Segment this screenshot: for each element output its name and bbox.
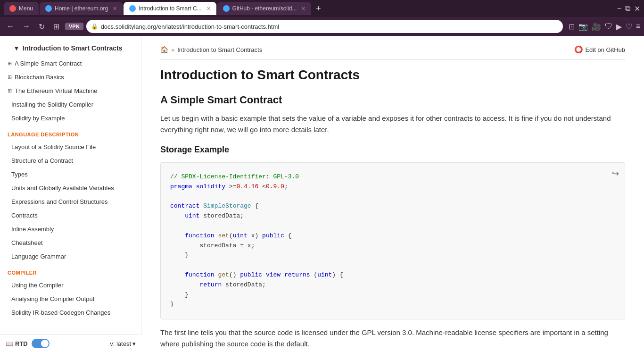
favicon-ethereum: [45, 5, 52, 12]
storage-example-title: Storage Example: [160, 145, 625, 155]
code-line-14: }: [170, 300, 615, 310]
reload-button[interactable]: ↻: [36, 20, 48, 33]
menu-icon[interactable]: ≡: [636, 22, 640, 31]
favicon-solidity: [129, 5, 136, 12]
sidebar-item-by-example[interactable]: Solidity by Example: [0, 111, 141, 125]
code-line-5: uint storedData;: [170, 211, 615, 221]
code-line-1: // SPDX-License-Identifier: GPL-3.0: [170, 172, 615, 182]
camera-icon[interactable]: 🎥: [592, 22, 601, 31]
breadcrumb-current: Introduction to Smart Contracts: [177, 46, 262, 53]
heart-icon[interactable]: ♡: [626, 22, 632, 31]
tab-close-solidity[interactable]: ✕: [206, 6, 211, 12]
rtd-version[interactable]: v: latest ▾: [110, 340, 136, 347]
book-icon: 📖: [6, 340, 13, 347]
expand-icon-simple: ⊞: [8, 60, 12, 67]
sidebar-label-by-example: Solidity by Example: [11, 115, 65, 122]
sidebar-item-language-grammar[interactable]: Language Grammar: [0, 250, 141, 263]
copy-button[interactable]: ↪: [612, 168, 619, 179]
sidebar-item-contracts[interactable]: Contracts: [0, 209, 141, 222]
code-block: ↪ // SPDX-License-Identifier: GPL-3.0 pr…: [160, 162, 625, 319]
code-line-2: pragma solidity >=0.4.16 <0.9.0;: [170, 182, 615, 192]
edit-label: Edit on GitHub: [585, 46, 625, 53]
tab-solidity[interactable]: Introduction to Smart C... ✕: [124, 2, 216, 15]
section-language-description: LANGUAGE DESCRIPTION: [0, 125, 141, 140]
rtd-toggle[interactable]: [32, 339, 50, 348]
tab-label-menu: Menu: [19, 5, 33, 12]
tab-github[interactable]: GitHub - ethereum/solid... ✕: [217, 2, 312, 15]
rtd-toggle-knob: [41, 340, 49, 347]
code-line-3: [170, 192, 615, 202]
sidebar-label-inline-assembly: Inline Assembly: [11, 226, 54, 233]
sidebar-label-cheatsheet: Cheatsheet: [11, 239, 43, 246]
sidebar-title-text: Introduction to Smart Contracts: [23, 44, 123, 52]
bottom-text: The first line tells you that the source…: [160, 327, 625, 350]
code-line-9: }: [170, 251, 615, 260]
sidebar-label-contracts: Contracts: [11, 212, 38, 219]
tab-label-solidity: Introduction to Smart C...: [139, 5, 201, 12]
sidebar-item-simple-contract[interactable]: ⊞ A Simple Smart Contract: [0, 57, 141, 70]
tab-label-ethereum: Home | ethereum.org: [55, 5, 108, 12]
chevron-down-icon: ▾: [132, 340, 136, 347]
code-line-10: [170, 260, 615, 270]
sidebar-item-blockchain[interactable]: ⊞ Blockchain Basics: [0, 70, 141, 84]
sidebar-item-cheatsheet[interactable]: Cheatsheet: [0, 236, 141, 250]
shield-icon[interactable]: 🛡: [605, 22, 612, 31]
sidebar-item-ir-codegen[interactable]: Solidity IR-based Codegen Changes: [0, 306, 141, 319]
tab-bar-controls: − ⧉ ✕: [617, 4, 640, 13]
minimize-button[interactable]: −: [617, 4, 621, 13]
grid-button[interactable]: ⊞: [50, 20, 62, 33]
code-line-8: storedData = x;: [170, 241, 615, 251]
tab-ethereum[interactable]: Home | ethereum.org ✕: [40, 2, 123, 15]
close-button[interactable]: ✕: [634, 4, 640, 13]
sidebar-item-layout[interactable]: Layout of a Solidity Source File: [0, 140, 141, 154]
sidebar-item-inline-assembly[interactable]: Inline Assembly: [0, 222, 141, 236]
sidebar-title[interactable]: ▼ Introduction to Smart Contracts: [0, 40, 141, 57]
intro-text: Let us begin with a basic example that s…: [160, 113, 625, 135]
sidebar-item-types[interactable]: Types: [0, 168, 141, 181]
breadcrumb-separator: »: [171, 46, 174, 53]
sidebar-label-analysing: Analysing the Compiler Output: [11, 295, 94, 302]
rtd-bar: 📖 RTD v: latest ▾: [0, 335, 141, 351]
tab-close-ethereum[interactable]: ✕: [113, 6, 117, 12]
sidebar: ▼ Introduction to Smart Contracts ⊞ A Si…: [0, 36, 141, 351]
tab-add-button[interactable]: +: [312, 4, 325, 14]
forward-button[interactable]: →: [20, 20, 33, 33]
sidebar-label-evm: The Ethereum Virtual Machine: [15, 87, 97, 94]
address-bar[interactable]: 🔒 docs.soliditylang.org/en/latest/introd…: [86, 20, 563, 33]
sidebar-label-layout: Layout of a Solidity Source File: [11, 143, 96, 151]
rtd-label-text: RTD: [15, 340, 28, 347]
screenshot-icon[interactable]: 📷: [578, 22, 588, 31]
code-line-13: }: [170, 290, 615, 300]
favicon-menu: [9, 5, 16, 12]
page-wrapper: ▼ Introduction to Smart Contracts ⊞ A Si…: [0, 36, 644, 351]
expand-icon-blockchain: ⊞: [8, 74, 12, 80]
code-line-7: function set(uint x) public {: [170, 231, 615, 241]
sidebar-label-language-grammar: Language Grammar: [11, 253, 66, 260]
sidebar-item-expressions[interactable]: Expressions and Control Structures: [0, 195, 141, 209]
tab-close-github[interactable]: ✕: [301, 6, 305, 12]
home-icon[interactable]: 🏠: [160, 46, 168, 53]
sidebar-label-installing: Installing the Solidity Compiler: [11, 101, 93, 108]
address-text: docs.soliditylang.org/en/latest/introduc…: [101, 23, 558, 30]
sidebar-toggle-icon[interactable]: ⊡: [569, 22, 575, 31]
sidebar-label-expressions: Expressions and Control Structures: [11, 198, 107, 205]
lock-icon: 🔒: [91, 23, 98, 30]
play-icon[interactable]: ▶: [616, 22, 622, 31]
tab-menu[interactable]: Menu: [4, 2, 39, 15]
code-line-4: contract SimpleStorage {: [170, 201, 615, 211]
sidebar-item-structure[interactable]: Structure of a Contract: [0, 154, 141, 168]
sidebar-item-installing[interactable]: Installing the Solidity Compiler: [0, 98, 141, 111]
back-button[interactable]: ←: [4, 20, 17, 33]
browser-chrome: Menu Home | ethereum.org ✕ Introduction …: [0, 0, 644, 36]
code-line-6: [170, 221, 615, 231]
restore-button[interactable]: ⧉: [625, 4, 630, 13]
rtd-version-text: v: latest: [110, 340, 131, 347]
sidebar-label-using-compiler: Using the Compiler: [11, 282, 64, 289]
sidebar-item-units[interactable]: Units and Globally Available Variables: [0, 181, 141, 195]
tab-label-github: GitHub - ethereum/solid...: [232, 5, 297, 12]
sidebar-item-evm[interactable]: ⊞ The Ethereum Virtual Machine: [0, 84, 141, 98]
rtd-label: 📖 RTD: [6, 340, 28, 347]
sidebar-item-analysing[interactable]: Analysing the Compiler Output: [0, 292, 141, 306]
edit-on-github-link[interactable]: ⭕ Edit on GitHub: [574, 45, 625, 54]
sidebar-item-using-compiler[interactable]: Using the Compiler: [0, 278, 141, 292]
